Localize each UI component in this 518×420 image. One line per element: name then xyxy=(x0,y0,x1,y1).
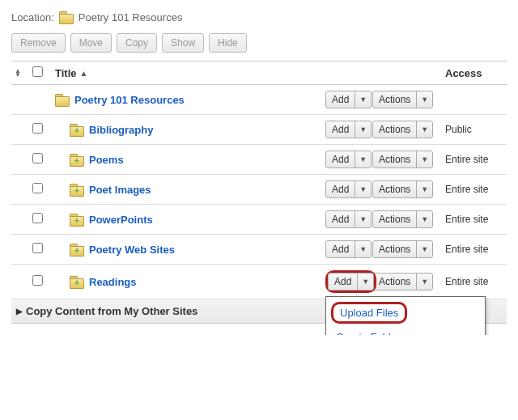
resource-link[interactable]: Poet Images xyxy=(89,184,151,196)
add-menu-item[interactable]: Create Folders xyxy=(326,325,485,335)
actions-dropdown[interactable]: Actions▼ xyxy=(372,180,433,198)
resource-link[interactable]: Bibliography xyxy=(89,124,153,136)
select-all-checkbox[interactable] xyxy=(32,66,43,77)
resource-link[interactable]: PowerPoints xyxy=(89,214,153,226)
add-dropdown[interactable]: Add▼ xyxy=(325,121,372,138)
access-label: Entire site xyxy=(445,276,503,287)
folder-plus-icon: + xyxy=(70,124,84,136)
row-checkbox[interactable] xyxy=(32,183,43,193)
show-button[interactable]: Show xyxy=(162,33,204,53)
row-checkbox[interactable] xyxy=(32,123,43,134)
actions-dropdown[interactable]: Actions▼ xyxy=(372,121,433,138)
add-dropdown[interactable]: Add▼ xyxy=(325,91,372,108)
location-name: Poetry 101 Resources xyxy=(79,11,183,23)
toolbar: Remove Move Copy Show Hide xyxy=(11,33,507,53)
actions-dropdown[interactable]: Actions▼ xyxy=(372,151,433,168)
folder-plus-icon: + xyxy=(70,214,84,226)
access-label: Entire site xyxy=(445,214,503,225)
copy-button[interactable]: Copy xyxy=(117,33,157,53)
add-dropdown[interactable]: Add▼ xyxy=(325,240,372,258)
resource-link[interactable]: Poetry Web Sites xyxy=(89,244,175,256)
actions-dropdown[interactable]: Actions▼ xyxy=(372,240,433,258)
resource-table: ▲▼ Title ▲ Access Poetry 101 ResourcesAd… xyxy=(11,61,507,324)
add-dropdown[interactable]: Add▼ xyxy=(325,210,372,228)
move-button[interactable]: Move xyxy=(70,33,112,53)
location-label: Location: xyxy=(11,11,54,23)
table-row: +ReadingsAdd▼Upload FilesCreate FoldersA… xyxy=(11,265,507,299)
access-label: Entire site xyxy=(445,184,503,195)
actions-dropdown[interactable]: Actions▼ xyxy=(372,210,433,228)
table-row: +Poetry Web SitesAdd▼Actions▼Entire site xyxy=(11,235,507,265)
table-row: +BibliographyAdd▼Actions▼Public xyxy=(11,115,507,145)
row-checkbox[interactable] xyxy=(32,243,43,253)
row-checkbox[interactable] xyxy=(32,153,43,163)
resource-link[interactable]: Poetry 101 Resources xyxy=(74,94,185,106)
row-checkbox[interactable] xyxy=(32,213,43,223)
col-access: Access xyxy=(445,67,503,79)
folder-plus-icon: + xyxy=(70,244,84,256)
copy-content-label: Copy Content from My Other Sites xyxy=(26,305,197,317)
folder-icon xyxy=(55,94,70,106)
resource-link[interactable]: Poems xyxy=(89,154,124,166)
access-label: Entire site xyxy=(445,244,503,255)
hide-button[interactable]: Hide xyxy=(209,33,247,53)
table-row: Poetry 101 ResourcesAdd▼Actions▼ xyxy=(11,85,507,115)
folder-icon xyxy=(59,11,74,23)
sort-toggle[interactable]: ▲▼ xyxy=(15,69,32,77)
folder-plus-icon: + xyxy=(70,154,84,166)
sort-asc-icon: ▲ xyxy=(80,69,88,78)
table-header: ▲▼ Title ▲ Access xyxy=(11,62,507,85)
folder-plus-icon: + xyxy=(70,184,84,196)
expand-icon: ▶ xyxy=(16,307,23,316)
folder-plus-icon: + xyxy=(70,276,84,288)
table-row: +PoemsAdd▼Actions▼Entire site xyxy=(11,145,507,175)
access-label: Entire site xyxy=(445,154,503,165)
row-checkbox[interactable] xyxy=(32,275,43,286)
actions-dropdown[interactable]: Actions▼ xyxy=(372,273,433,291)
actions-dropdown[interactable]: Actions▼ xyxy=(372,91,433,108)
access-label: Public xyxy=(445,124,503,135)
add-menu-item[interactable]: Upload Files xyxy=(340,307,398,319)
table-row: +Poet ImagesAdd▼Actions▼Entire site xyxy=(11,175,507,205)
add-dropdown[interactable]: Add▼ xyxy=(328,273,374,291)
location-bar: Location: Poetry 101 Resources xyxy=(11,11,507,23)
add-dropdown[interactable]: Add▼ xyxy=(325,151,372,168)
remove-button[interactable]: Remove xyxy=(11,33,66,53)
table-row: +PowerPointsAdd▼Actions▼Entire site xyxy=(11,205,507,235)
col-title[interactable]: Title xyxy=(55,67,77,79)
add-menu: Upload FilesCreate FoldersAdd Web Links … xyxy=(325,296,486,335)
resource-link[interactable]: Readings xyxy=(89,276,137,288)
add-dropdown[interactable]: Add▼ xyxy=(325,180,372,198)
